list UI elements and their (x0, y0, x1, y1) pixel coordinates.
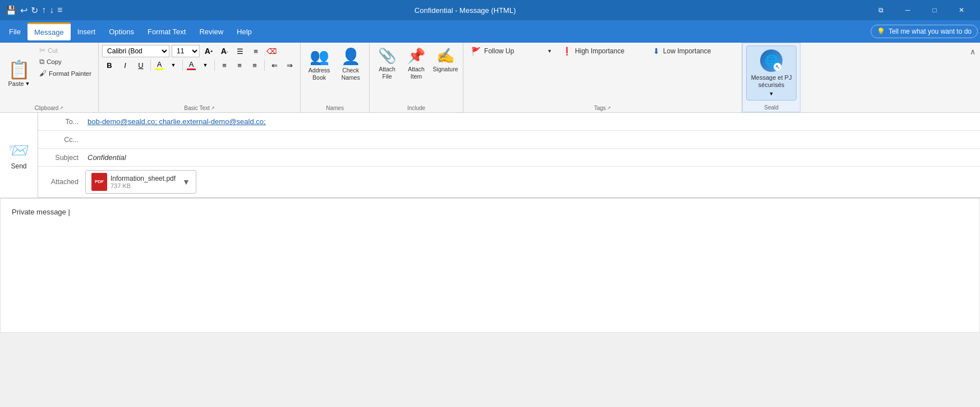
paste-icon: 📋 (8, 59, 30, 80)
menu-item-file[interactable]: File (2, 22, 27, 40)
highlight-color-button[interactable]: A (153, 59, 165, 71)
close-button[interactable]: ✕ (949, 0, 974, 20)
to-input[interactable] (83, 114, 980, 129)
ribbon-collapse-button[interactable]: ∧ (968, 45, 978, 58)
up-arrow-icon[interactable]: ↑ (42, 5, 46, 15)
email-fields: To... Cc... Subject Attached PDF (38, 113, 980, 198)
send-button-area: 📨 Send (0, 113, 38, 198)
to-field-row: To... (38, 113, 980, 131)
attachment-chip[interactable]: PDF Information_sheet.pdf 737 KB ▼ (85, 170, 196, 194)
paste-button[interactable]: 📋 Paste ▼ (3, 45, 35, 101)
format-separator-2 (182, 60, 183, 71)
menu-item-help[interactable]: Help (230, 22, 259, 40)
high-importance-button[interactable]: ❗ High Importance (558, 45, 647, 57)
menu-item-review[interactable]: Review (192, 22, 230, 40)
address-book-label: Address Book (305, 67, 333, 81)
attached-row: Attached PDF Information_sheet.pdf 737 K… (38, 167, 980, 198)
send-button[interactable]: 📨 Send (8, 140, 29, 170)
align-center-button[interactable]: ≡ (232, 58, 247, 72)
increase-indent-button[interactable]: ⇒ (282, 58, 297, 72)
save-icon[interactable]: 💾 (6, 5, 17, 16)
low-importance-label: Low Importance (663, 47, 711, 55)
increase-font-button[interactable]: A+ (202, 45, 215, 57)
attach-file-icon: 📎 (378, 47, 396, 65)
basic-text-expand-icon[interactable]: ↗ (211, 106, 215, 111)
signature-label: Signature (433, 66, 458, 73)
undo-icon[interactable]: ↩ (20, 5, 27, 16)
seald-content: 🌐 ↖ Message et PJ sécurisés ▼ (746, 45, 797, 103)
down-arrow-icon[interactable]: ↓ (49, 5, 54, 15)
follow-up-dropdown[interactable]: ▼ (547, 48, 552, 54)
to-label[interactable]: To... (38, 118, 83, 126)
attachment-dropdown-arrow[interactable]: ▼ (182, 177, 190, 186)
attach-item-button[interactable]: 📌 Attach Item (402, 45, 430, 81)
copy-button[interactable]: ⧉ Copy (36, 56, 95, 67)
list-bullet-button[interactable]: ☰ (233, 45, 247, 57)
list-numbered-button[interactable]: ≡ (249, 45, 263, 57)
redo-icon[interactable]: ↻ (31, 5, 38, 16)
tags-expand-icon[interactable]: ↗ (607, 106, 611, 111)
follow-up-button[interactable]: 🚩 Follow Up ▼ (467, 45, 556, 57)
check-names-label: Check Names (337, 67, 365, 81)
font-family-select[interactable]: Calibri (Bod (102, 45, 169, 57)
send-icon: 📨 (8, 140, 29, 160)
tell-me-input[interactable]: 💡 Tell me what you want to do (871, 25, 978, 38)
format-painter-button[interactable]: 🖌 Format Painter (36, 68, 95, 79)
high-importance-label: High Importance (575, 47, 624, 55)
italic-button[interactable]: I (118, 58, 132, 72)
more-commands-icon[interactable]: ≡ (57, 5, 62, 15)
lightbulb-icon: 💡 (877, 28, 885, 35)
align-right-button[interactable]: ≡ (247, 58, 262, 72)
decrease-font-button[interactable]: A- (218, 45, 231, 57)
seald-cursor-icon: ↖ (774, 63, 781, 71)
menu-item-insert[interactable]: Insert (71, 22, 103, 40)
highlight-dropdown-button[interactable]: ▼ (167, 59, 180, 71)
signature-icon: ✍ (436, 47, 454, 65)
decrease-indent-button[interactable]: ⇐ (267, 58, 282, 72)
basic-text-group-label: Basic Text ↗ (102, 103, 297, 112)
menu-item-message[interactable]: Message (27, 22, 71, 40)
check-names-button[interactable]: 👤 Check Names (335, 45, 366, 82)
menu-item-options[interactable]: Options (102, 22, 141, 40)
attach-item-label: Attach Item (403, 66, 429, 80)
align-group: ≡ ≡ ≡ (217, 58, 262, 72)
clipboard-expand-icon[interactable]: ↗ (59, 106, 63, 111)
paste-dropdown-arrow: ▼ (25, 81, 30, 86)
cut-button[interactable]: ✂ Cut (36, 45, 95, 56)
title-bar: 💾 ↩ ↻ ↑ ↓ ≡ Confidential - Message (HTML… (0, 0, 980, 20)
format-row: B I U A ▼ A ▼ ≡ ≡ ≡ (102, 58, 297, 72)
highlight-icon: A (157, 60, 162, 68)
align-left-button[interactable]: ≡ (217, 58, 232, 72)
maximize-button[interactable]: □ (922, 0, 947, 20)
pdf-icon: PDF (91, 173, 107, 191)
subject-input[interactable] (83, 150, 980, 165)
attach-file-button[interactable]: 📎 Attach File (373, 45, 401, 81)
tags-group-label: Tags ↗ (467, 103, 738, 112)
cc-label[interactable]: Cc... (38, 136, 83, 144)
underline-button[interactable]: U (134, 58, 148, 72)
high-importance-icon: ❗ (562, 47, 572, 56)
restore-down-button[interactable]: ⧉ (868, 0, 894, 20)
font-color-button[interactable]: A (185, 59, 197, 71)
subject-label: Subject (38, 154, 83, 162)
message-body[interactable]: Private message | (0, 198, 980, 333)
format-separator-4 (264, 60, 265, 71)
low-importance-button[interactable]: ⬇ Low Importance (648, 45, 738, 57)
copy-icon: ⧉ (39, 57, 44, 66)
cut-label: Cut (48, 47, 58, 54)
window-controls: ⧉ ─ □ ✕ (868, 0, 974, 20)
font-size-select[interactable]: 11 (172, 45, 200, 57)
seald-secure-button[interactable]: 🌐 ↖ Message et PJ sécurisés ▼ (746, 45, 797, 100)
clear-format-button[interactable]: ⌫ (265, 45, 278, 57)
seald-btn-label: Message et PJ sécurisés (751, 74, 792, 89)
minimize-button[interactable]: ─ (895, 0, 921, 20)
menu-item-format-text[interactable]: Format Text (141, 22, 192, 40)
signature-button[interactable]: ✍ Signature (431, 45, 459, 74)
cc-input[interactable] (83, 132, 980, 147)
include-group-label: Include (373, 103, 459, 112)
bold-button[interactable]: B (102, 58, 117, 72)
ribbon-group-clipboard: 📋 Paste ▼ ✂ Cut ⧉ Copy 🖌 Format Painter (0, 43, 99, 112)
address-book-button[interactable]: 👥 Address Book (304, 45, 334, 82)
highlight-color-indicator (155, 68, 164, 70)
font-color-dropdown-button[interactable]: ▼ (199, 59, 212, 71)
